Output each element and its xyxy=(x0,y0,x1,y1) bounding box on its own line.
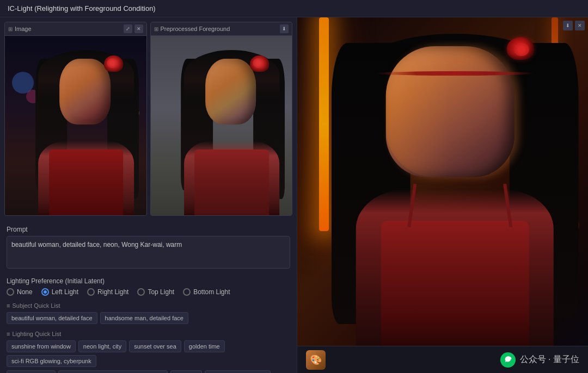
foreground-box: ⊞ Preprocessed Foreground ⬇ xyxy=(150,22,293,216)
app-icon: 🎨 xyxy=(306,350,326,370)
radio-none-circle xyxy=(7,288,14,296)
app-icon-emoji: 🎨 xyxy=(310,354,322,366)
tag-magic-lit[interactable]: magic lit xyxy=(170,370,202,373)
tag-scifi-rgb[interactable]: sci-fi RGB glowing, cyberpunk xyxy=(7,355,96,367)
result-close-button[interactable]: ✕ xyxy=(575,21,585,30)
prompt-label: Prompt xyxy=(7,226,290,233)
tag-handsome-man[interactable]: handsome man, detailed face xyxy=(100,312,188,324)
image-row: ⊞ Image ⤢ ✕ xyxy=(0,17,297,220)
lighting-label: Lighting Preference (Initial Latent) xyxy=(7,277,290,285)
foreground-image-bg xyxy=(151,36,292,215)
result-girl-figure xyxy=(332,34,579,346)
foreground-box-header: ⊞ Preprocessed Foreground ⬇ xyxy=(151,22,292,36)
result-download-button[interactable]: ⬇ xyxy=(563,21,573,30)
tag-sunshine-window[interactable]: sunshine from window xyxy=(7,340,76,352)
radio-top-light[interactable]: Top Light xyxy=(137,288,174,296)
left-panel: ⊞ Image ⤢ ✕ xyxy=(0,17,297,373)
tag-evil-gothic[interactable]: evil, gothic, Yharnam xyxy=(205,370,271,373)
lighting-radio-group: None Left Light Right Light Top Light xyxy=(7,288,290,296)
prompt-section: Prompt xyxy=(7,226,290,271)
subject-tags-row: beautiful woman, detailed face handsome … xyxy=(7,312,290,324)
tag-golden-time[interactable]: golden time xyxy=(184,340,225,352)
tag-natural-lighting[interactable]: natural lighting xyxy=(7,370,56,373)
lighting-section: Lighting Preference (Initial Latent) Non… xyxy=(7,277,290,296)
image-box-header: ⊞ Image ⤢ ✕ xyxy=(5,22,146,36)
prompt-input[interactable] xyxy=(7,236,290,269)
radio-top-light-circle xyxy=(137,288,145,296)
tag-warm-atmosphere[interactable]: warm atmosphere, at home, bedroom xyxy=(58,370,168,373)
original-image-bg xyxy=(5,36,146,215)
radio-right-light[interactable]: Right Light xyxy=(87,288,128,296)
result-image-area: ⬇ ✕ xyxy=(297,17,588,346)
radio-left-light[interactable]: Left Light xyxy=(41,288,78,296)
main-layout: ⊞ Image ⤢ ✕ xyxy=(0,17,588,373)
result-corner-buttons: ⬇ ✕ xyxy=(563,21,585,30)
radio-bottom-light[interactable]: Bottom Light xyxy=(183,288,230,296)
image-box-icon: ⊞ xyxy=(8,26,13,32)
wechat-icon xyxy=(500,352,516,368)
radio-right-light-circle xyxy=(87,288,95,296)
tag-beautiful-woman[interactable]: beautiful woman, detailed face xyxy=(7,312,97,324)
lighting-tags-row-2: natural lighting warm atmosphere, at hom… xyxy=(7,370,290,373)
image-box-label: ⊞ Image xyxy=(8,26,32,32)
image-close-button[interactable]: ✕ xyxy=(134,24,143,33)
foreground-image xyxy=(151,36,292,215)
image-box: ⊞ Image ⤢ ✕ xyxy=(4,22,147,216)
lighting-list-title: ≡ Lighting Quick List xyxy=(7,331,290,337)
subject-quick-list: ≡ Subject Quick List beautiful woman, de… xyxy=(7,302,290,324)
right-panel: ⬇ ✕ 🎨 公众号 · 量子位 xyxy=(297,17,588,373)
radio-bottom-light-circle xyxy=(183,288,191,296)
lighting-quick-list: ≡ Lighting Quick List sunshine from wind… xyxy=(7,331,290,373)
lighting-tags-row-1: sunshine from window neon light, city su… xyxy=(7,340,290,367)
watermark-text: 公众号 · 量子位 xyxy=(520,354,579,365)
girl-figure-1 xyxy=(33,50,139,215)
result-image: ⬇ ✕ xyxy=(297,17,588,346)
foreground-download-button[interactable]: ⬇ xyxy=(280,24,289,33)
watermark: 公众号 · 量子位 xyxy=(500,352,579,368)
image-expand-button[interactable]: ⤢ xyxy=(124,24,132,33)
tag-sunset-sea[interactable]: sunset over sea xyxy=(129,340,181,352)
foreground-box-label: ⊞ Preprocessed Foreground xyxy=(154,26,230,32)
title-bar: IC-Light (Relighting with Foreground Con… xyxy=(0,0,588,17)
bottom-bar: 🎨 公众号 · 量子位 xyxy=(297,346,588,373)
foreground-box-controls: ⬇ xyxy=(280,24,289,33)
radio-none[interactable]: None xyxy=(7,288,33,296)
tag-neon-city[interactable]: neon light, city xyxy=(78,340,126,352)
girl-figure-2 xyxy=(179,50,285,215)
subject-list-title: ≡ Subject Quick List xyxy=(7,302,290,309)
foreground-icon: ⊞ xyxy=(154,26,158,32)
image-box-controls: ⤢ ✕ xyxy=(124,24,143,33)
app-title: IC-Light (Relighting with Foreground Con… xyxy=(8,4,156,13)
radio-left-light-circle xyxy=(41,288,49,296)
original-image xyxy=(5,36,146,215)
controls-area: Prompt Lighting Preference (Initial Late… xyxy=(0,220,297,373)
neon-light-left xyxy=(319,17,329,231)
